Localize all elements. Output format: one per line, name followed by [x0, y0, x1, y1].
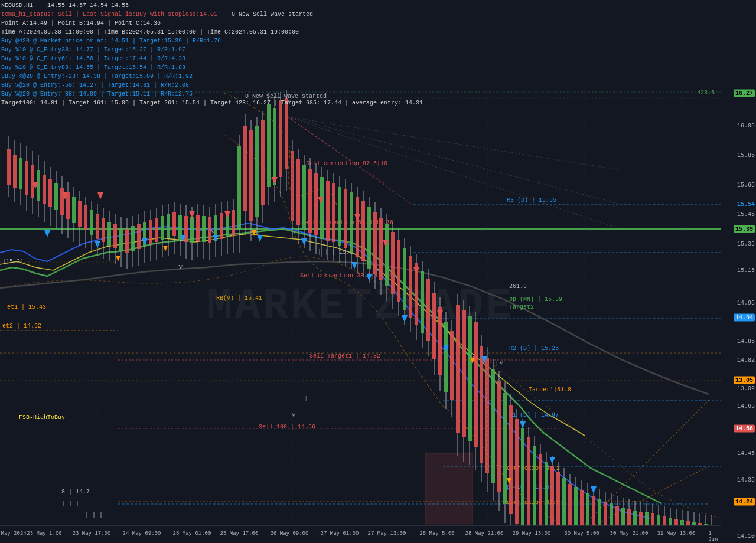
sell-corr-38-label: Sell correction 38.2|15.54: [300, 273, 392, 279]
svg-rect-141: [344, 189, 347, 248]
svg-rect-163: [409, 256, 412, 318]
target2-label: Target2: [509, 304, 534, 310]
info-line1: tema_h1_status: Sell | Last Signal is:Bu…: [1, 10, 732, 19]
svg-rect-201: [521, 428, 524, 525]
wave-iv-2: | V: [496, 359, 504, 366]
svg-rect-251: [669, 518, 672, 525]
svg-rect-179: [456, 305, 460, 433]
svg-rect-237: [627, 509, 631, 525]
svg-rect-249: [663, 516, 666, 525]
price-14-56: 14.56: [734, 425, 755, 433]
svg-rect-219: [574, 487, 578, 525]
pp-mn-label: pp (MN) | 15.39: [509, 296, 562, 303]
chart-area: MARKETZRADE: [0, 87, 721, 525]
svg-rect-65: [119, 228, 123, 251]
svg-rect-211: [550, 466, 554, 525]
price-15-45: 15.45: [737, 211, 755, 218]
svg-rect-93: [202, 216, 206, 242]
svg-rect-41: [48, 179, 52, 207]
svg-rect-153: [379, 218, 383, 280]
svg-rect-37: [37, 170, 40, 201]
svg-rect-111: [255, 126, 259, 217]
svg-rect-161: [403, 248, 406, 310]
time-4: 24 May 09:00: [123, 531, 161, 537]
symbol: NEOUSD.H1: [1, 2, 33, 9]
price-14-95: 14.95: [737, 300, 755, 306]
svg-rect-109: [249, 130, 253, 221]
svg-rect-175: [444, 322, 448, 392]
time-10: 28 May 5:00: [419, 531, 454, 537]
info-line6: Buy %10 @ C_Entry61: 14.56 | Target:17.4…: [1, 54, 732, 63]
time-13: 30 May 5:00: [564, 531, 599, 537]
svg-rect-135: [326, 181, 330, 241]
wave-v-3: V: [291, 411, 296, 418]
sell-target1-label: Sell Target1 | 14.82: [309, 353, 380, 359]
svg-rect-63: [113, 224, 117, 248]
svg-rect-53: [84, 205, 87, 230]
svg-rect-55: [90, 210, 93, 235]
svg-rect-223: [586, 493, 589, 525]
svg-rect-71: [137, 224, 141, 249]
svg-rect-235: [621, 508, 625, 525]
svg-rect-149: [367, 207, 371, 269]
svg-rect-137: [332, 183, 335, 242]
svg-rect-229: [604, 502, 607, 525]
price-14-35: 14.35: [737, 477, 755, 483]
svg-rect-117: [273, 108, 276, 185]
svg-rect-75: [149, 220, 152, 244]
label-iii-2: | | |: [85, 512, 103, 519]
svg-rect-169: [426, 279, 430, 341]
price-14-24: 14.24: [734, 498, 755, 506]
price-14-65: 14.65: [737, 403, 755, 410]
wave-v-1: V: [178, 263, 183, 270]
svg-rect-191: [491, 369, 495, 483]
svg-rect-205: [533, 446, 536, 525]
symbol-ohlc: NEOUSD.H1 14.55 14.57 14.54 14.55: [1, 1, 732, 10]
svg-rect-33: [25, 161, 28, 195]
svg-rect-207: [539, 454, 542, 525]
info-line4: Buy @420 @ Market price or at: 14.51 | T…: [1, 37, 732, 45]
price-13-09: 13.09: [737, 385, 755, 392]
time-3: 23 May 17:00: [73, 531, 111, 537]
iii-15-5-label: | | | 15.5: [318, 249, 353, 256]
fsb-label: FSB-HighToBuy: [19, 414, 65, 421]
svg-rect-167: [421, 272, 424, 333]
svg-rect-31: [19, 158, 22, 189]
label-8-14-7: 8 | 14.7: [61, 489, 90, 495]
price-14-10: 14.10: [737, 533, 755, 539]
svg-rect-245: [651, 513, 654, 525]
svg-rect-27: [7, 149, 11, 185]
et1-label: et1 | 15.43: [7, 304, 46, 310]
chart-svg: | V | V | V V | V | V RB(V) | 15.41 et1 …: [0, 87, 721, 525]
svg-rect-159: [397, 240, 400, 302]
svg-rect-215: [562, 478, 566, 525]
svg-rect-91: [196, 215, 200, 241]
svg-rect-24: [425, 453, 472, 524]
svg-rect-213: [556, 472, 560, 525]
svg-rect-83: [172, 212, 176, 236]
svg-rect-131: [314, 173, 318, 235]
time-2: 23 May 1:00: [27, 531, 61, 537]
svg-rect-105: [237, 146, 241, 229]
info-line2: Point A:14.49 | Point B:14.94 | Point C:…: [1, 19, 732, 28]
sell-corr-87-label: Sell correction 87.5|16: [306, 161, 387, 167]
info-line10: Buy %@20 @ Entry:-88: 14.09 | Target:15.…: [1, 90, 732, 99]
svg-rect-29: [13, 155, 17, 188]
svg-rect-129: [308, 169, 312, 233]
261-label: 261.8: [509, 283, 527, 290]
svg-rect-257: [686, 521, 690, 525]
time-9: 27 May 13:00: [368, 531, 406, 537]
target1-618-label: Target1|61.8: [529, 387, 571, 393]
price-axis: 16.27 16.05 15.85 15.65 15.54 15.45 15.3…: [721, 87, 756, 525]
svg-rect-143: [350, 192, 353, 253]
label-iii-1: | | |: [61, 501, 79, 507]
time-16: 1 Jun 5:00: [708, 531, 721, 543]
svg-rect-195: [503, 393, 507, 504]
svg-rect-241: [639, 512, 643, 525]
svg-rect-95: [208, 217, 211, 243]
info-line8: SBuy %@20 @ Entry:-23: 14.38 | Target:15…: [1, 72, 732, 81]
svg-rect-35: [31, 165, 34, 198]
svg-rect-61: [107, 222, 111, 246]
svg-rect-119: [279, 100, 282, 177]
svg-rect-113: [261, 120, 265, 205]
